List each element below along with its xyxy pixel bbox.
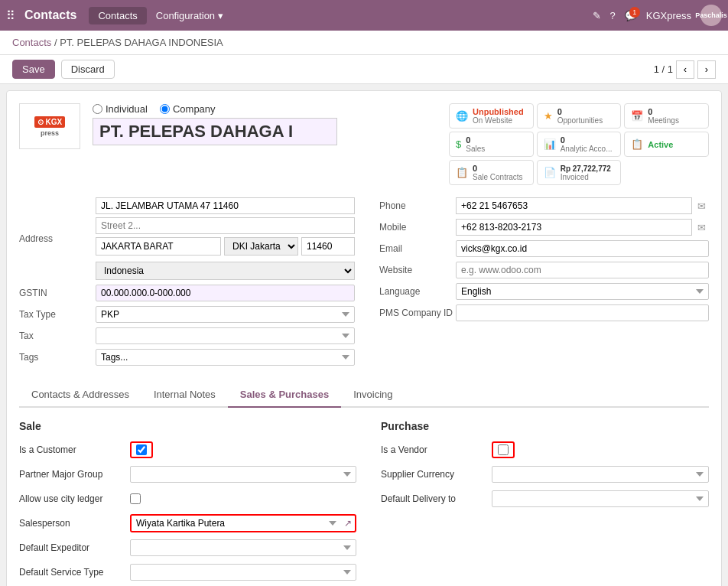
form-col-left: Address DKI Jakarta Indonesia bbox=[19, 197, 355, 370]
calendar-icon: 📅 bbox=[631, 110, 643, 122]
user-menu[interactable]: KGXpress bbox=[646, 10, 691, 21]
email-input[interactable] bbox=[456, 240, 709, 257]
tags-row: Tags Tags... bbox=[19, 349, 355, 366]
avatar[interactable]: Paschalis bbox=[700, 5, 722, 26]
mobile-email-icon[interactable]: ✉ bbox=[694, 222, 709, 233]
supplier-currency-select[interactable] bbox=[492, 466, 709, 483]
salesperson-select[interactable]: Wiyata Kartika Putera bbox=[132, 516, 341, 531]
phone-label: Phone bbox=[379, 200, 456, 211]
active-value: Active bbox=[648, 140, 673, 149]
contracts-label: Sale Contracts bbox=[473, 173, 523, 181]
supplier-currency-row: Supplier Currency bbox=[381, 464, 709, 484]
nav-configuration[interactable]: Configuration bbox=[147, 7, 232, 24]
type-company[interactable]: Company bbox=[160, 103, 216, 115]
pms-input[interactable] bbox=[456, 304, 709, 321]
badge-meetings[interactable]: 📅 0 Meetings bbox=[624, 103, 709, 129]
tax-type-row: Tax Type PKP bbox=[19, 306, 355, 323]
help-icon[interactable]: ? bbox=[610, 10, 616, 21]
language-select[interactable]: English bbox=[456, 283, 709, 300]
default-delivery-select[interactable] bbox=[492, 490, 709, 507]
address-street2[interactable] bbox=[96, 217, 355, 234]
tab-invoicing[interactable]: Invoicing bbox=[341, 383, 405, 408]
address-country[interactable]: Indonesia bbox=[96, 262, 355, 280]
contracts-value: 0 bbox=[473, 164, 523, 173]
edit-icon[interactable]: ✎ bbox=[593, 10, 601, 21]
sale-section-title: Sale bbox=[19, 420, 356, 432]
allow-city-ledger-checkbox[interactable] bbox=[130, 493, 141, 504]
chat-icon[interactable]: 💬 1 bbox=[625, 10, 637, 21]
company-name-area: Individual Company bbox=[93, 103, 449, 145]
tab-notes[interactable]: Internal Notes bbox=[141, 383, 228, 408]
company-logo: ⊙ KGX press bbox=[19, 103, 80, 149]
sale-section: Sale Is a Customer Partner Major Group A… bbox=[19, 420, 356, 586]
tab-content-sales-purchases: Sale Is a Customer Partner Major Group A… bbox=[19, 420, 709, 586]
tags-label: Tags bbox=[19, 352, 96, 363]
gstin-row: GSTIN bbox=[19, 285, 355, 301]
opp-value: 0 bbox=[557, 107, 603, 116]
allow-city-ledger-row: Allow use city ledger bbox=[19, 489, 356, 509]
badge-sale-contracts[interactable]: 📋 0 Sale Contracts bbox=[449, 160, 534, 185]
salesperson-external-link[interactable]: ↗ bbox=[341, 518, 355, 529]
nav-contacts[interactable]: Contacts bbox=[89, 7, 146, 24]
tax-type-select[interactable]: PKP bbox=[96, 306, 355, 323]
address-city[interactable] bbox=[96, 237, 221, 256]
discard-button[interactable]: Discard bbox=[61, 60, 115, 79]
save-button[interactable]: Save bbox=[12, 60, 55, 79]
form-header: ⊙ KGX press Individual Company 🌐 bbox=[19, 103, 709, 185]
phone-input[interactable] bbox=[456, 197, 692, 214]
tab-contacts[interactable]: Contacts & Addresses bbox=[19, 383, 141, 408]
is-customer-checkbox[interactable] bbox=[136, 444, 147, 455]
default-expeditor-row: Default Expeditor bbox=[19, 538, 356, 558]
default-expeditor-select[interactable] bbox=[130, 539, 356, 556]
globe-icon: 🌐 bbox=[456, 110, 468, 122]
mobile-row: Mobile ✉ bbox=[379, 219, 709, 236]
website-input[interactable] bbox=[456, 262, 709, 278]
sales-label: Sales bbox=[466, 145, 485, 153]
default-service-type-select[interactable] bbox=[130, 564, 356, 581]
address-street[interactable] bbox=[96, 197, 355, 214]
badge-unpublished[interactable]: 🌐 Unpublished On Website bbox=[449, 103, 534, 129]
gstin-input[interactable] bbox=[96, 285, 355, 301]
address-label: Address bbox=[19, 233, 96, 244]
badge-sales[interactable]: $ 0 Sales bbox=[449, 132, 534, 157]
tab-sales-purchases[interactable]: Sales & Purchases bbox=[228, 383, 341, 408]
apps-icon[interactable]: ⠿ bbox=[6, 8, 15, 23]
address-state[interactable]: DKI Jakarta bbox=[224, 237, 298, 256]
partner-major-group-select[interactable] bbox=[130, 466, 356, 483]
invoice-icon: 📄 bbox=[544, 167, 556, 178]
analytic-label: Analytic Acco... bbox=[561, 145, 613, 153]
tabs-bar: Contacts & Addresses Internal Notes Sale… bbox=[19, 383, 709, 408]
mobile-input[interactable] bbox=[456, 219, 692, 236]
meetings-label: Meetings bbox=[648, 116, 679, 125]
is-vendor-wrapper bbox=[492, 441, 515, 458]
pms-label: PMS Company ID bbox=[379, 308, 456, 318]
salesperson-wrapper: Wiyata Kartika Putera ↗ bbox=[130, 514, 356, 532]
tax-select[interactable] bbox=[96, 327, 355, 344]
address-zip[interactable] bbox=[301, 237, 355, 256]
breadcrumb-parent[interactable]: Contacts bbox=[12, 37, 51, 48]
breadcrumb-current: PT. PELEPAS DAHAGA INDONESIA bbox=[60, 37, 223, 48]
unpublished-value: Unpublished bbox=[473, 107, 524, 116]
pager-prev[interactable]: ‹ bbox=[676, 60, 694, 79]
salesperson-row: Salesperson Wiyata Kartika Putera ↗ bbox=[19, 513, 356, 533]
phone-row: Phone ✉ bbox=[379, 197, 709, 214]
star-icon: ★ bbox=[544, 110, 553, 122]
badge-active[interactable]: 📋 Active bbox=[624, 132, 709, 157]
invoiced-value: Rp 27,722,772 bbox=[561, 164, 611, 173]
company-name-input[interactable] bbox=[93, 118, 337, 145]
pager-next[interactable]: › bbox=[697, 60, 716, 79]
type-individual[interactable]: Individual bbox=[93, 103, 148, 115]
is-vendor-checkbox[interactable] bbox=[498, 444, 509, 455]
breadcrumb-separator: / bbox=[54, 37, 57, 48]
language-label: Language bbox=[379, 286, 456, 297]
badge-opportunities[interactable]: ★ 0 Opportunities bbox=[537, 103, 622, 129]
phone-email-icon[interactable]: ✉ bbox=[694, 200, 709, 212]
chat-badge: 1 bbox=[629, 7, 640, 18]
badge-analytic[interactable]: 📊 0 Analytic Acco... bbox=[537, 132, 622, 157]
language-row: Language English bbox=[379, 283, 709, 300]
tax-label: Tax bbox=[19, 330, 96, 341]
sales-value: 0 bbox=[466, 135, 485, 145]
gstin-label: GSTIN bbox=[19, 288, 96, 298]
badge-invoiced[interactable]: 📄 Rp 27,722,772 Invoiced bbox=[537, 160, 622, 185]
tags-select[interactable]: Tags... bbox=[96, 349, 355, 366]
